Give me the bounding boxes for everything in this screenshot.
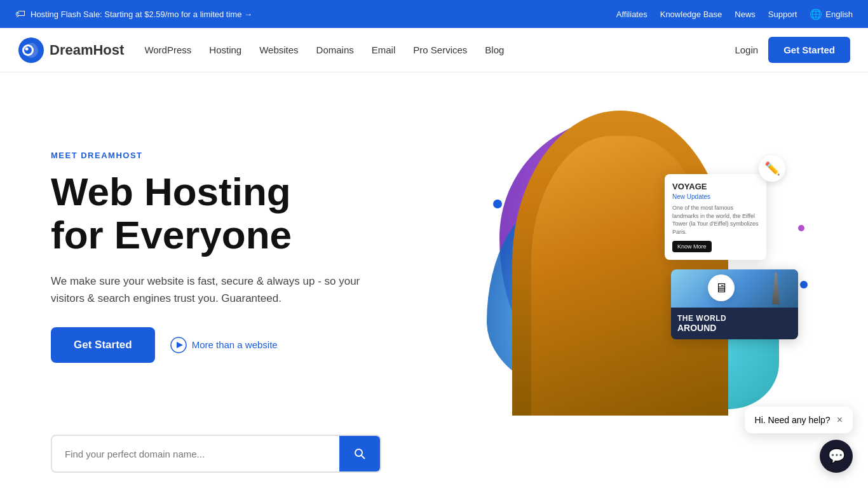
nav-links: WordPress Hosting Websites Domains Email… xyxy=(144,44,504,56)
chat-bubble-text: Hi. Need any help? xyxy=(755,415,831,425)
voyage-card-button[interactable]: Know More xyxy=(672,241,712,252)
world-card-text: THE WORLD AROUND xyxy=(677,314,792,333)
svg-point-3 xyxy=(25,47,29,50)
domain-search-input[interactable] xyxy=(52,438,339,470)
hero-description: We make sure your website is fast, secur… xyxy=(51,273,369,307)
support-link[interactable]: Support xyxy=(768,10,797,19)
meet-label: MEET DREAMHOST xyxy=(51,151,369,160)
logo-text: DreamHost xyxy=(50,42,124,58)
chat-icon: 💬 xyxy=(828,448,845,464)
promo-text: Hosting Flash Sale: Starting at $2.59/mo… xyxy=(31,10,252,19)
news-link[interactable]: News xyxy=(735,10,756,19)
chat-open-button[interactable]: 💬 xyxy=(820,440,853,473)
dot-purple-1 xyxy=(798,225,804,231)
top-bar-links: Affiliates Knowledge Base News Support 🌐… xyxy=(616,8,853,20)
pencil-icon-float: ✏️ xyxy=(759,155,785,182)
main-nav: DreamHost WordPress Hosting Websites Dom… xyxy=(0,28,868,72)
voyage-card: VOYAGE New Updates One of the most famou… xyxy=(665,174,766,260)
tag-icon: 🏷 xyxy=(15,8,25,20)
play-icon xyxy=(170,337,187,353)
world-card: THE WORLD AROUND xyxy=(671,269,798,339)
nav-wordpress[interactable]: WordPress xyxy=(144,44,191,55)
affiliates-link[interactable]: Affiliates xyxy=(616,10,648,19)
chat-bubble: Hi. Need any help? × xyxy=(745,407,853,433)
voyage-card-body: One of the most famous landmarks in the … xyxy=(672,204,759,236)
nav-domains[interactable]: Domains xyxy=(316,44,354,55)
hero-title-line1: Web Hosting xyxy=(51,170,291,214)
world-card-title: THE WORLD xyxy=(677,314,792,323)
globe-icon: 🌐 xyxy=(810,8,822,20)
chat-widget: Hi. Need any help? × 💬 xyxy=(745,407,853,473)
logo[interactable]: DreamHost xyxy=(18,37,124,64)
chat-close-button[interactable]: × xyxy=(837,414,843,426)
nav-pro-services[interactable]: Pro Services xyxy=(413,44,467,55)
domain-section xyxy=(0,428,868,488)
more-than-website-link[interactable]: More than a website xyxy=(170,337,278,353)
dot-blue-1 xyxy=(493,200,502,208)
voyage-card-subtitle: New Updates xyxy=(672,193,759,200)
world-card-subtitle: AROUND xyxy=(677,323,792,333)
knowledge-base-link[interactable]: Knowledge Base xyxy=(660,10,722,19)
svg-line-7 xyxy=(362,456,365,459)
nav-right: Login Get Started xyxy=(735,37,850,63)
voyage-card-title: VOYAGE xyxy=(672,182,759,191)
domain-search-button[interactable] xyxy=(339,436,380,471)
nav-hosting[interactable]: Hosting xyxy=(209,44,241,55)
svg-marker-5 xyxy=(177,342,183,348)
nav-left: DreamHost WordPress Hosting Websites Dom… xyxy=(18,37,504,64)
more-link-label: More than a website xyxy=(192,339,278,350)
hero-title: Web Hosting for Everyone xyxy=(51,170,369,257)
hero-illustration: VOYAGE New Updates One of the most famou… xyxy=(449,98,817,416)
promo-banner[interactable]: 🏷 Hosting Flash Sale: Starting at $2.59/… xyxy=(15,8,252,20)
hero-cta: Get Started More than a website xyxy=(51,327,369,363)
nav-blog[interactable]: Blog xyxy=(485,44,504,55)
domain-search-form xyxy=(51,435,381,473)
hero-title-line2: for Everyone xyxy=(51,213,292,257)
svg-point-6 xyxy=(355,449,362,456)
get-started-hero-button[interactable]: Get Started xyxy=(51,327,155,363)
nav-email[interactable]: Email xyxy=(372,44,396,55)
top-bar: 🏷 Hosting Flash Sale: Starting at $2.59/… xyxy=(0,0,868,28)
login-button[interactable]: Login xyxy=(735,44,758,55)
monitor-icon-float: 🖥 xyxy=(708,274,735,301)
hero-person xyxy=(512,111,728,416)
language-selector[interactable]: 🌐 English xyxy=(810,8,853,20)
dot-blue-2 xyxy=(800,281,808,288)
search-icon xyxy=(353,447,366,460)
language-label: English xyxy=(825,10,853,19)
nav-websites[interactable]: Websites xyxy=(259,44,298,55)
hero-section: MEET DREAMHOST Web Hosting for Everyone … xyxy=(0,72,868,428)
get-started-nav-button[interactable]: Get Started xyxy=(768,37,850,63)
svg-point-2 xyxy=(24,46,32,54)
hero-content: MEET DREAMHOST Web Hosting for Everyone … xyxy=(51,151,369,363)
